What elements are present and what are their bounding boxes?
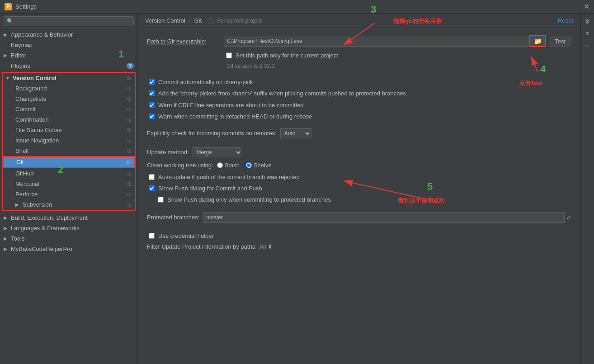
update-method-label: Update method: xyxy=(147,149,189,156)
sidebar-item-confirmation[interactable]: Confirmation ⧉ xyxy=(3,114,135,125)
sidebar-item-mybatis[interactable]: ▶ MyBatisCodeHelperPro xyxy=(0,244,137,254)
sidebar-item-label: Shelf xyxy=(15,147,29,154)
copy-icon: ⧉ xyxy=(127,127,131,133)
filter-update-label: Filter Update Project information by pat… xyxy=(147,243,257,250)
warn-detached-row: Warn when committing in detached HEAD or… xyxy=(147,113,571,121)
sidebar-item-tools[interactable]: ▶ Tools xyxy=(0,233,137,244)
copy-icon: ⧉ xyxy=(127,85,131,92)
credential-helper-row: Use credential helper xyxy=(147,232,571,240)
sidebar-item-mercurial[interactable]: Mercurial ⧉ xyxy=(3,179,135,189)
sidebar-item-keymap[interactable]: Keymap xyxy=(0,40,137,50)
copy-icon: ⧉ xyxy=(127,117,131,123)
test-button[interactable]: Test xyxy=(549,36,571,47)
copy-icon: ⧉ xyxy=(127,202,131,208)
sidebar-item-languages[interactable]: ▶ Languages & Frameworks xyxy=(0,223,137,233)
sidebar-item-plugins[interactable]: Plugins 1 xyxy=(0,61,137,71)
sidebar: ▶ Appearance & Behavior Keymap ▶ Editor … xyxy=(0,14,138,364)
clean-tree-label: Clean working tree using: xyxy=(147,162,213,169)
sidebar-item-label: Appearance & Behavior xyxy=(11,31,73,38)
annotation-2: 2 xyxy=(58,164,63,175)
auto-update-checkbox[interactable] xyxy=(149,174,155,180)
copy-icon: ⧉ xyxy=(127,181,131,187)
sidebar-item-build[interactable]: ▶ Build, Execution, Deployment xyxy=(0,213,137,223)
show-push-dialog-label: Show Push dialog for Commit and Push xyxy=(158,184,262,193)
cherry-picked-suffix-label: Add the 'cherry-picked from <hash>' suff… xyxy=(158,90,406,98)
warn-detached-checkbox[interactable] xyxy=(149,113,155,119)
reset-button[interactable]: Reset xyxy=(558,17,573,24)
sidebar-item-label: Version Control xyxy=(13,75,57,81)
sidebar-item-git[interactable]: Git ⧉ 2 xyxy=(3,156,135,168)
annotation-1: 1 xyxy=(118,48,124,60)
sidebar-item-github[interactable]: GitHub ⧉ xyxy=(3,168,135,179)
protected-branches-row: Protected branches: ⤢ xyxy=(147,212,571,223)
radio-group: Stash Shelve xyxy=(217,162,272,169)
sidebar-item-label: Confirmation xyxy=(15,116,49,123)
git-version: Git version is 2.33.0 xyxy=(147,63,571,69)
protected-branches-input[interactable] xyxy=(203,212,565,223)
show-push-protected-checkbox[interactable] xyxy=(158,197,164,203)
sidebar-item-issue-navigation[interactable]: Issue Navigation ⧉ xyxy=(3,135,135,146)
close-button[interactable]: ✕ xyxy=(584,2,589,11)
breadcrumb-root: Version Control xyxy=(145,17,185,24)
filter-update-value[interactable]: All ⇕ xyxy=(259,243,273,250)
show-push-protected-label: Show Push dialog only when committing to… xyxy=(167,196,331,204)
cherry-pick-checkbox[interactable] xyxy=(149,79,155,85)
expand-arrow: ▶ xyxy=(4,215,10,220)
breadcrumb-current: Git xyxy=(194,17,202,24)
sidebar-item-shelf[interactable]: Shelf ⧉ xyxy=(3,146,135,156)
sidebar-item-background[interactable]: Background ⧉ xyxy=(3,83,135,94)
list2-icon[interactable]: ≣ xyxy=(583,40,593,50)
copy-icon: ⧉ xyxy=(127,148,131,154)
expand-arrow: ▼ xyxy=(5,76,12,80)
sidebar-item-perforce[interactable]: Perforce ⧉ xyxy=(3,189,135,199)
git-path-row: Path to Git executable: 📁 Test xyxy=(147,35,571,47)
cherry-picked-suffix-checkbox[interactable] xyxy=(149,90,155,96)
folder-button[interactable]: 📁 xyxy=(529,35,546,47)
settings-icon[interactable]: ⚙ xyxy=(583,16,593,26)
sidebar-item-appearance[interactable]: ▶ Appearance & Behavior xyxy=(0,29,137,40)
expand-protected-icon[interactable]: ⤢ xyxy=(566,214,571,221)
window-title: Settings xyxy=(15,3,37,10)
copy-icon: ⧉ xyxy=(127,75,131,81)
sidebar-item-label: Git xyxy=(16,159,24,165)
sidebar-item-label: Languages & Frameworks xyxy=(11,225,80,232)
stash-radio-label[interactable]: Stash xyxy=(217,162,240,169)
sidebar-item-label: GitHub xyxy=(15,170,33,177)
search-input[interactable] xyxy=(4,16,134,26)
for-project: ⬛ For current project xyxy=(209,18,261,24)
sidebar-item-editor[interactable]: ▶ Editor 1 xyxy=(0,50,137,61)
incoming-commits-row: Explicitly check for incoming commits on… xyxy=(147,128,571,138)
sidebar-item-subversion[interactable]: ▶ Subversion ⧉ xyxy=(3,199,135,210)
set-path-only-row: Set this path only for the current proje… xyxy=(147,52,571,60)
sidebar-item-version-control[interactable]: ▼ Version Control ⧉ xyxy=(3,73,135,83)
sidebar-item-commit[interactable]: Commit ⧉ xyxy=(3,104,135,114)
app-icon: P xyxy=(5,3,12,10)
show-push-dialog-checkbox[interactable] xyxy=(149,185,155,191)
sidebar-item-label: Plugins xyxy=(11,62,30,69)
credential-helper-checkbox[interactable] xyxy=(149,233,155,239)
auto-update-row: Auto-update if push of the current branc… xyxy=(147,173,571,181)
sidebar-item-changelists[interactable]: Changelists ⧉ xyxy=(3,94,135,104)
list-icon[interactable]: ≡ xyxy=(583,28,593,38)
warn-crlf-checkbox[interactable] xyxy=(149,102,155,108)
shelve-radio[interactable] xyxy=(246,162,252,168)
show-push-protected-row: Show Push dialog only when committing to… xyxy=(147,196,571,204)
sidebar-item-file-status-colors[interactable]: File Status Colors ⧉ xyxy=(3,125,135,135)
warn-crlf-label: Warn if CRLF line separators are about t… xyxy=(158,101,304,109)
incoming-commits-select[interactable]: Auto Always Never xyxy=(280,128,311,138)
copy-icon: ⧉ xyxy=(126,159,130,165)
git-path-input[interactable] xyxy=(224,36,528,47)
stash-radio[interactable] xyxy=(217,162,223,168)
shelve-radio-label[interactable]: Shelve xyxy=(246,162,272,169)
expand-arrow: ▶ xyxy=(4,236,10,241)
protected-branches-label: Protected branches: xyxy=(147,214,199,221)
filter-update-row: Filter Update Project information by pat… xyxy=(147,243,571,250)
expand-arrow: ▶ xyxy=(4,53,10,58)
set-path-only-checkbox[interactable] xyxy=(226,52,232,58)
shelve-label: Shelve xyxy=(254,162,272,169)
plugins-badge: 1 xyxy=(127,63,134,69)
right-sidebar: ⚙ ≡ ≣ xyxy=(580,14,594,364)
update-method-select[interactable]: Merge Rebase Branch Default xyxy=(193,147,242,157)
warn-detached-label: Warn when committing in detached HEAD or… xyxy=(158,113,312,121)
set-path-only-label: Set this path only for the current proje… xyxy=(236,52,338,60)
